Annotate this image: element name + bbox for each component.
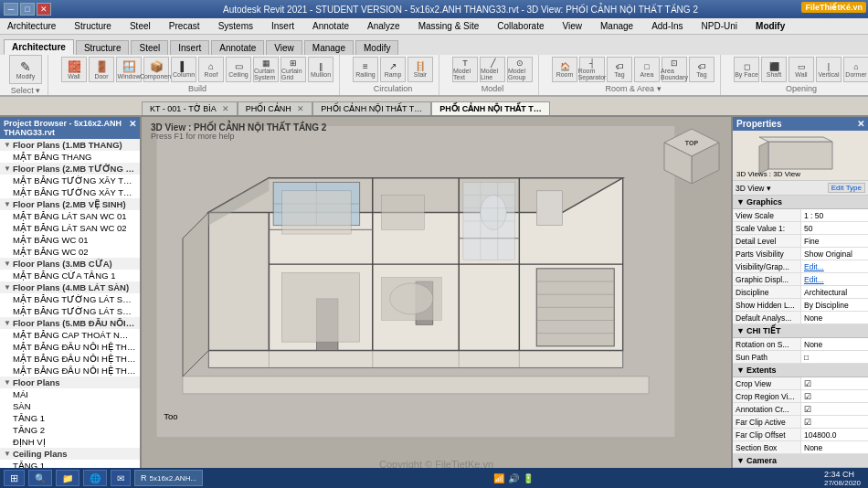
crop-region-val[interactable]: ☑ xyxy=(801,390,868,402)
room-btn[interactable]: 🏠Room xyxy=(552,57,577,82)
section-camera[interactable]: ▼ Camera xyxy=(733,454,868,468)
door-btn[interactable]: 🚪Door xyxy=(89,57,114,82)
wall-btn[interactable]: 🧱Wall xyxy=(61,57,87,82)
menu-addins[interactable]: Add-Ins xyxy=(648,21,686,31)
tree-dinh-vi[interactable]: ĐỊNH VỊ xyxy=(0,436,140,448)
tab-architecture[interactable]: Architecture xyxy=(4,39,74,55)
scale-value-val[interactable]: 50 xyxy=(801,222,868,234)
tab-modify[interactable]: Modify xyxy=(355,40,398,55)
section-extents[interactable]: ▼ Extents xyxy=(733,364,868,377)
detail-level-val[interactable]: Fine xyxy=(801,235,868,247)
tree-tang1-gen[interactable]: TẦNG 1 xyxy=(0,412,140,424)
search-taskbar-btn[interactable]: 🔍 xyxy=(28,470,52,486)
menu-annotate[interactable]: Annotate xyxy=(309,21,353,31)
menu-collaborate[interactable]: Collaborate xyxy=(493,21,547,31)
tree-floorplans-daunoi[interactable]: ▼Floor Plans (5.MB ĐẦU NỐI MÁI) xyxy=(0,317,140,329)
file-explorer-btn[interactable]: 📁 xyxy=(56,470,79,486)
tree-dau-noi-cap-nc[interactable]: MẶT BẰNG ĐẦU NỐI HỆ THỐNG THOÁT N xyxy=(0,341,140,353)
tab-kt001[interactable]: KT - 001 - TỜ BÌA ✕ xyxy=(142,101,238,115)
rotation-val[interactable]: None xyxy=(801,338,868,350)
modify-btn[interactable]: ✎ Modify xyxy=(9,55,42,84)
tree-mai[interactable]: MÁI xyxy=(0,388,140,400)
nav-cube[interactable]: TOP xyxy=(660,124,724,188)
tree-wc02[interactable]: MẶT BẰNG WC 02 xyxy=(0,246,140,258)
dormer-btn[interactable]: ⌂Dormer xyxy=(843,57,868,82)
sun-path-val[interactable]: □ xyxy=(801,351,868,363)
vertical-btn[interactable]: |Vertical xyxy=(816,57,842,82)
component-btn[interactable]: 📦Component xyxy=(143,57,169,82)
mail-btn[interactable]: ✉ xyxy=(111,470,131,486)
tab-steel[interactable]: Steel xyxy=(131,40,168,55)
menu-systems[interactable]: Systems xyxy=(215,21,257,31)
edit-type-btn[interactable]: Edit Type xyxy=(828,183,865,193)
tree-tuong-tang1[interactable]: MẶT BẰNG TƯỜNG XÂY TẦNG 1 xyxy=(0,175,140,186)
ceiling-btn[interactable]: ▭Ceiling xyxy=(226,57,251,82)
tree-cap-thoat[interactable]: MẶT BẰNG CAP THOÁT NƯỚC MÁI xyxy=(0,329,140,341)
section-graphics[interactable]: ▼ Graphics xyxy=(733,196,868,209)
tree-ceiling[interactable]: ▼Ceiling Plans xyxy=(0,448,140,460)
tree-floorplans-thang[interactable]: ▼Floor Plans (1.MB THANG) xyxy=(0,139,140,151)
properties-close-btn[interactable]: ✕ xyxy=(857,119,864,129)
tree-cua-tang1[interactable]: MẶT BẰNG CỬA TẦNG 1 xyxy=(0,270,140,281)
curtain-grid-btn[interactable]: ⊞Curtain Grid xyxy=(281,57,306,82)
menu-precast[interactable]: Precast xyxy=(165,21,204,31)
model-line-btn[interactable]: ╱Model Line xyxy=(480,57,505,82)
project-browser-tree[interactable]: ▼Floor Plans (1.MB THANG) MẶT BẰNG THANG… xyxy=(0,139,140,488)
parts-vis-val[interactable]: Show Original xyxy=(801,248,868,260)
tab-annotate[interactable]: Annotate xyxy=(211,40,264,55)
tree-floorplans-vs[interactable]: ▼Floor Plans (2.MB VỆ SINH) xyxy=(0,198,140,210)
window-minimize-btn[interactable]: ─ xyxy=(4,3,18,16)
window-close-btn[interactable]: ✕ xyxy=(37,3,51,16)
column-btn[interactable]: ▌Column xyxy=(171,57,196,82)
tab-tang2[interactable]: PHỐI CẢNH NỘI THẤT TẦNG 2 ✕ xyxy=(431,101,550,115)
menu-architecture[interactable]: Architecture xyxy=(4,21,59,31)
far-clip-offset-val[interactable]: 104800.0 xyxy=(801,429,868,440)
tab-close-phoi-canh[interactable]: ✕ xyxy=(297,104,304,113)
tab-manage[interactable]: Manage xyxy=(304,40,354,55)
tree-floorplans-latsan[interactable]: ▼Floor Plans (4.MB LÁT SÀN) xyxy=(0,281,140,293)
area-boundary-btn[interactable]: ⊡Area Boundary xyxy=(662,57,687,82)
browser-btn[interactable]: 🌐 xyxy=(83,470,107,486)
tag-area-btn[interactable]: 🏷Tag xyxy=(689,57,715,82)
ramp-btn[interactable]: ↗Ramp xyxy=(380,57,406,82)
stair-btn[interactable]: 🪜Stair xyxy=(408,57,433,82)
by-face-btn[interactable]: ◻By Face xyxy=(734,57,759,82)
tree-tuong-tang2[interactable]: MẶT BẰNG TƯỜNG XÂY TẦNG 2 xyxy=(0,186,140,198)
roof-btn[interactable]: ⌂Roof xyxy=(198,57,224,82)
tab-insert[interactable]: Insert xyxy=(170,40,209,55)
model-text-btn[interactable]: TModel Text xyxy=(452,57,478,82)
menu-steel[interactable]: Steel xyxy=(126,21,154,31)
wall-open-btn[interactable]: ▭Wall xyxy=(789,57,814,82)
menu-structure[interactable]: Structure xyxy=(70,21,115,31)
menu-view[interactable]: View xyxy=(558,21,586,31)
tree-san[interactable]: SÀN xyxy=(0,400,140,412)
crop-view-val[interactable]: ☑ xyxy=(801,377,868,389)
window-btn[interactable]: 🪟Window xyxy=(116,57,142,82)
tree-latsan-tang1[interactable]: MẶT BẰNG TƯỜNG LÁT SÀN TẦNG 1 xyxy=(0,293,140,305)
tag-room-btn[interactable]: 🏷Tag xyxy=(607,57,632,82)
view-scale-value[interactable]: 1 : 50 xyxy=(801,209,868,221)
tab-phoi-canh[interactable]: PHỐI CẢNH ✕ xyxy=(238,101,313,115)
area-btn[interactable]: □Area xyxy=(634,57,660,82)
revit-taskbar-btn[interactable]: R 5x16x2.ANH... xyxy=(134,470,203,486)
model-group-btn[interactable]: ⊙Model Group xyxy=(507,57,533,82)
tree-dau-noi-ht[interactable]: MẶT BẰNG ĐẦU NỐI HỆ THỐNG THOÁT N xyxy=(0,353,140,365)
select-label[interactable]: Select ▾ xyxy=(11,86,41,95)
start-btn[interactable]: ⊞ xyxy=(4,470,25,486)
mullion-btn[interactable]: ‖Mullion xyxy=(308,57,333,82)
menu-massing[interactable]: Massing & Site xyxy=(415,21,483,31)
graphic-disp-val[interactable]: Edit... xyxy=(801,273,868,285)
far-clip-val[interactable]: ☑ xyxy=(801,416,868,428)
tree-floorplans-cua[interactable]: ▼Floor Plans (3.MB CỬA) xyxy=(0,258,140,270)
tab-view[interactable]: View xyxy=(266,40,302,55)
tree-tang2-gen[interactable]: TẦNG 2 xyxy=(0,424,140,436)
tree-floorplans-gen[interactable]: ▼Floor Plans xyxy=(0,377,140,388)
tree-lat-san-wc01[interactable]: MẶT BẰNG LÁT SAN WC 01 xyxy=(0,210,140,222)
annotation-val[interactable]: ☑ xyxy=(801,403,868,415)
viewport-area[interactable]: Too TOP 3D View : PHỐI CẢNH NỘI TH xyxy=(142,117,731,488)
menu-analyze[interactable]: Analyze xyxy=(364,21,404,31)
tree-latsan-tang2[interactable]: MẶT BẰNG TƯỜNG LÁT SÀN TẦNG 2 xyxy=(0,305,140,317)
default-anal-val[interactable]: None xyxy=(801,312,868,324)
show-hidden-val[interactable]: By Discipline xyxy=(801,299,868,311)
discipline-val[interactable]: Architectural xyxy=(801,286,868,298)
